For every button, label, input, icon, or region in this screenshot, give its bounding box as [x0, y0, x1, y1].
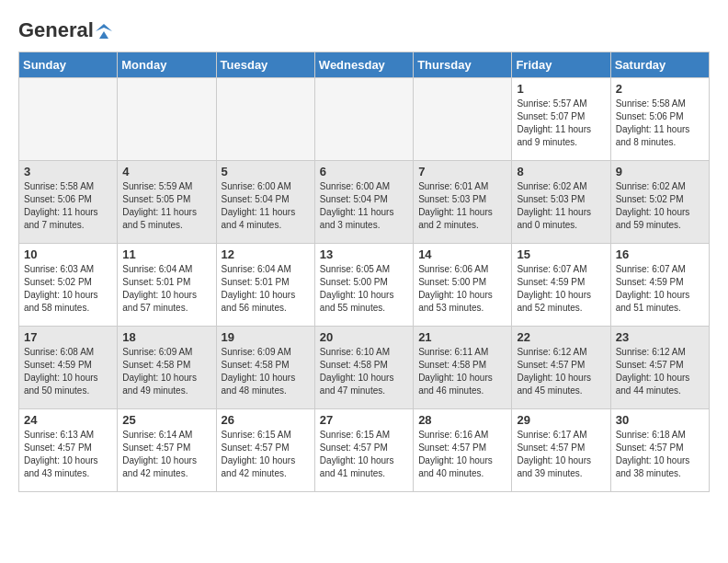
day-info: Sunrise: 6:15 AM Sunset: 4:57 PM Dayligh…: [320, 429, 408, 480]
day-info: Sunrise: 6:01 AM Sunset: 5:03 PM Dayligh…: [418, 180, 506, 232]
day-info: Sunrise: 6:12 AM Sunset: 4:57 PM Dayligh…: [616, 346, 704, 397]
calendar-cell: 22Sunrise: 6:12 AM Sunset: 4:57 PM Dayli…: [512, 327, 610, 409]
calendar-cell: 16Sunrise: 6:07 AM Sunset: 4:59 PM Dayli…: [610, 244, 709, 327]
calendar-cell: 7Sunrise: 6:01 AM Sunset: 5:03 PM Daylig…: [414, 161, 512, 244]
day-number: 30: [616, 413, 704, 427]
weekday-header-saturday: Saturday: [610, 52, 709, 78]
day-number: 5: [222, 165, 310, 178]
weekday-header-row: SundayMondayTuesdayWednesdayThursdayFrid…: [19, 52, 710, 78]
calendar-cell: 10Sunrise: 6:03 AM Sunset: 5:02 PM Dayli…: [19, 244, 118, 327]
day-number: 9: [616, 165, 704, 178]
calendar-week-row: 1Sunrise: 5:57 AM Sunset: 5:07 PM Daylig…: [19, 78, 710, 161]
day-number: 23: [616, 330, 704, 344]
day-number: 3: [24, 165, 112, 178]
day-info: Sunrise: 6:00 AM Sunset: 5:04 PM Dayligh…: [320, 180, 408, 232]
calendar-cell: 4Sunrise: 5:59 AM Sunset: 5:05 PM Daylig…: [118, 161, 216, 244]
day-number: 27: [320, 413, 408, 427]
calendar-cell: 12Sunrise: 6:04 AM Sunset: 5:01 PM Dayli…: [216, 244, 314, 327]
day-number: 2: [616, 82, 704, 96]
day-number: 24: [24, 413, 112, 427]
day-info: Sunrise: 6:03 AM Sunset: 5:02 PM Dayligh…: [24, 263, 112, 315]
day-number: 16: [616, 247, 704, 261]
day-info: Sunrise: 6:14 AM Sunset: 4:57 PM Dayligh…: [122, 429, 210, 480]
logo-text: General: [18, 18, 112, 42]
day-info: Sunrise: 6:02 AM Sunset: 5:03 PM Dayligh…: [517, 180, 605, 232]
day-number: 22: [517, 330, 605, 344]
day-number: 28: [418, 413, 506, 427]
calendar-cell: 28Sunrise: 6:16 AM Sunset: 4:57 PM Dayli…: [414, 409, 512, 492]
day-number: 1: [517, 82, 605, 96]
calendar-cell: 5Sunrise: 6:00 AM Sunset: 5:04 PM Daylig…: [216, 161, 314, 244]
weekday-header-wednesday: Wednesday: [314, 52, 413, 78]
day-number: 11: [122, 247, 210, 261]
calendar-cell: 30Sunrise: 6:18 AM Sunset: 4:57 PM Dayli…: [610, 409, 709, 492]
day-number: 12: [222, 247, 310, 261]
logo: General: [18, 18, 112, 42]
calendar-cell: 17Sunrise: 6:08 AM Sunset: 4:59 PM Dayli…: [19, 327, 118, 409]
weekday-header-monday: Monday: [118, 52, 216, 78]
day-info: Sunrise: 6:09 AM Sunset: 4:58 PM Dayligh…: [122, 346, 210, 397]
day-info: Sunrise: 6:10 AM Sunset: 4:58 PM Dayligh…: [320, 346, 408, 397]
calendar-cell: 14Sunrise: 6:06 AM Sunset: 5:00 PM Dayli…: [414, 244, 512, 327]
day-info: Sunrise: 6:05 AM Sunset: 5:00 PM Dayligh…: [320, 263, 408, 315]
day-info: Sunrise: 6:00 AM Sunset: 5:04 PM Dayligh…: [222, 180, 310, 232]
page-header: General: [18, 18, 710, 42]
day-info: Sunrise: 6:11 AM Sunset: 4:58 PM Dayligh…: [418, 346, 506, 397]
calendar-week-row: 17Sunrise: 6:08 AM Sunset: 4:59 PM Dayli…: [19, 327, 710, 409]
day-info: Sunrise: 6:16 AM Sunset: 4:57 PM Dayligh…: [418, 429, 506, 480]
calendar-week-row: 3Sunrise: 5:58 AM Sunset: 5:06 PM Daylig…: [19, 161, 710, 244]
day-info: Sunrise: 5:58 AM Sunset: 5:06 PM Dayligh…: [616, 98, 704, 149]
day-number: 19: [222, 330, 310, 344]
day-number: 10: [24, 247, 112, 261]
day-number: 18: [122, 330, 210, 344]
day-info: Sunrise: 6:06 AM Sunset: 5:00 PM Dayligh…: [418, 263, 506, 315]
day-number: 14: [418, 247, 506, 261]
calendar-cell: 3Sunrise: 5:58 AM Sunset: 5:06 PM Daylig…: [19, 161, 118, 244]
calendar-cell: 6Sunrise: 6:00 AM Sunset: 5:04 PM Daylig…: [314, 161, 413, 244]
calendar-cell: [414, 78, 512, 161]
day-number: 6: [320, 165, 408, 178]
calendar-week-row: 10Sunrise: 6:03 AM Sunset: 5:02 PM Dayli…: [19, 244, 710, 327]
day-info: Sunrise: 6:04 AM Sunset: 5:01 PM Dayligh…: [222, 263, 310, 315]
day-info: Sunrise: 6:13 AM Sunset: 4:57 PM Dayligh…: [24, 429, 112, 480]
weekday-header-sunday: Sunday: [19, 52, 118, 78]
day-info: Sunrise: 6:08 AM Sunset: 4:59 PM Dayligh…: [24, 346, 112, 397]
calendar-cell: 2Sunrise: 5:58 AM Sunset: 5:06 PM Daylig…: [610, 78, 709, 161]
svg-marker-1: [99, 31, 108, 39]
calendar-cell: 26Sunrise: 6:15 AM Sunset: 4:57 PM Dayli…: [216, 409, 314, 492]
calendar-cell: 21Sunrise: 6:11 AM Sunset: 4:58 PM Dayli…: [414, 327, 512, 409]
calendar-cell: 9Sunrise: 6:02 AM Sunset: 5:02 PM Daylig…: [610, 161, 709, 244]
calendar-cell: 25Sunrise: 6:14 AM Sunset: 4:57 PM Dayli…: [118, 409, 216, 492]
calendar-cell: [118, 78, 216, 161]
calendar-table: SundayMondayTuesdayWednesdayThursdayFrid…: [18, 52, 710, 492]
day-number: 20: [320, 330, 408, 344]
day-info: Sunrise: 6:17 AM Sunset: 4:57 PM Dayligh…: [517, 429, 605, 480]
weekday-header-thursday: Thursday: [414, 52, 512, 78]
day-info: Sunrise: 6:07 AM Sunset: 4:59 PM Dayligh…: [616, 263, 704, 315]
day-number: 25: [122, 413, 210, 427]
calendar-cell: 29Sunrise: 6:17 AM Sunset: 4:57 PM Dayli…: [512, 409, 610, 492]
day-number: 29: [517, 413, 605, 427]
day-info: Sunrise: 5:58 AM Sunset: 5:06 PM Dayligh…: [24, 180, 112, 232]
calendar-cell: 27Sunrise: 6:15 AM Sunset: 4:57 PM Dayli…: [314, 409, 413, 492]
logo-arrow-icon: [96, 24, 112, 39]
calendar-cell: 24Sunrise: 6:13 AM Sunset: 4:57 PM Dayli…: [19, 409, 118, 492]
calendar-cell: 23Sunrise: 6:12 AM Sunset: 4:57 PM Dayli…: [610, 327, 709, 409]
day-number: 8: [517, 165, 605, 178]
calendar-cell: 13Sunrise: 6:05 AM Sunset: 5:00 PM Dayli…: [314, 244, 413, 327]
day-number: 7: [418, 165, 506, 178]
calendar-cell: 1Sunrise: 5:57 AM Sunset: 5:07 PM Daylig…: [512, 78, 610, 161]
weekday-header-friday: Friday: [512, 52, 610, 78]
calendar-cell: 11Sunrise: 6:04 AM Sunset: 5:01 PM Dayli…: [118, 244, 216, 327]
calendar-cell: 20Sunrise: 6:10 AM Sunset: 4:58 PM Dayli…: [314, 327, 413, 409]
calendar-cell: [216, 78, 314, 161]
calendar-cell: [19, 78, 118, 161]
day-info: Sunrise: 5:59 AM Sunset: 5:05 PM Dayligh…: [122, 180, 210, 232]
day-info: Sunrise: 6:07 AM Sunset: 4:59 PM Dayligh…: [517, 263, 605, 315]
calendar-cell: 8Sunrise: 6:02 AM Sunset: 5:03 PM Daylig…: [512, 161, 610, 244]
day-info: Sunrise: 6:09 AM Sunset: 4:58 PM Dayligh…: [222, 346, 310, 397]
day-number: 4: [122, 165, 210, 178]
day-number: 13: [320, 247, 408, 261]
svg-marker-0: [96, 24, 112, 31]
day-info: Sunrise: 6:04 AM Sunset: 5:01 PM Dayligh…: [122, 263, 210, 315]
